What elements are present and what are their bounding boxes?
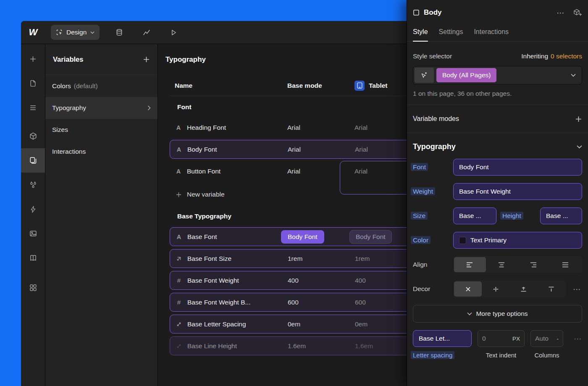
create-component-icon[interactable] xyxy=(573,9,582,16)
add-collection-button[interactable] xyxy=(143,56,150,63)
tab-style[interactable]: Style xyxy=(413,23,428,41)
font-variable-icon: A xyxy=(175,234,183,240)
overline-icon[interactable] xyxy=(537,281,565,297)
section-font: Font xyxy=(170,96,430,118)
variable-row-base-font-weight[interactable]: #Base Font Weight 400 400 xyxy=(170,271,430,290)
variables-group-sizes[interactable]: Sizes xyxy=(45,119,158,141)
rail-item-navigator[interactable] xyxy=(21,95,45,120)
base-mode-value[interactable]: 400 xyxy=(288,277,355,284)
rail-item-libraries[interactable] xyxy=(21,246,45,270)
base-mode-value[interactable]: Arial xyxy=(288,146,355,153)
size-field-label: Size xyxy=(413,212,453,220)
analytics-chart-icon[interactable] xyxy=(143,29,150,36)
body-element-icon xyxy=(413,9,420,16)
variables-group-interactions[interactable]: Interactions xyxy=(45,141,158,163)
column-base-mode: Base mode xyxy=(287,82,354,89)
rail-item-components[interactable] xyxy=(21,124,45,148)
variable-reference-pill[interactable]: Body Font xyxy=(281,230,324,244)
rail-item-interactions[interactable] xyxy=(21,197,45,221)
rail-item-apps[interactable] xyxy=(21,276,45,300)
spacing-more-options-icon[interactable]: ⋯ xyxy=(574,334,582,344)
decoration-none-icon[interactable] xyxy=(454,281,482,297)
align-field-row: Align xyxy=(413,256,582,273)
typography-section-title: Typography xyxy=(413,142,456,151)
style-selector-dropdown[interactable]: Body (All Pages) xyxy=(413,66,582,84)
plus-icon xyxy=(175,192,182,198)
letter-spacing-variable-button[interactable]: Base Let... xyxy=(413,330,472,347)
text-indent-input[interactable]: 0 PX xyxy=(478,330,525,347)
strikethrough-icon[interactable] xyxy=(482,281,509,297)
columns-value[interactable]: Auto xyxy=(535,335,557,342)
add-variable-mode-button[interactable] xyxy=(575,116,582,123)
weight-field-row: Weight Base Font Weight xyxy=(413,183,582,200)
chevron-down-icon xyxy=(571,74,576,77)
plus-icon xyxy=(29,55,37,63)
font-variable-button[interactable]: Body Font xyxy=(453,159,582,176)
base-mode-value[interactable]: Body Font xyxy=(288,230,355,244)
rail-item-pages[interactable] xyxy=(21,71,45,95)
variable-name: Base Line Height xyxy=(187,342,237,350)
inspector-tabs: Style Settings Interactions xyxy=(407,23,588,42)
text-indent-unit[interactable]: PX xyxy=(512,336,520,342)
number-variable-icon: # xyxy=(175,299,183,306)
more-menu-icon[interactable]: ⋯ xyxy=(556,9,565,17)
selector-pill[interactable]: Body (All Pages) xyxy=(436,68,496,82)
tab-interactions[interactable]: Interactions xyxy=(474,23,509,41)
variable-row-base-font-weight-bold[interactable]: #Base Font Weight B... 600 600 xyxy=(170,293,430,312)
rail-item-add[interactable] xyxy=(21,47,45,71)
align-left-icon[interactable] xyxy=(454,257,486,272)
align-center-icon[interactable] xyxy=(486,257,518,272)
color-variable-button[interactable]: Text Primary xyxy=(453,232,582,249)
variable-row-button-font[interactable]: AButton Font Arial Arial xyxy=(170,162,430,181)
group-label: Sizes xyxy=(52,126,68,134)
chevron-down-icon[interactable] xyxy=(577,145,582,149)
preview-play-icon[interactable] xyxy=(170,29,177,36)
align-justify-icon[interactable] xyxy=(549,257,581,272)
letter-spacing-label: Letter spacing xyxy=(413,352,472,359)
variables-group-colors[interactable]: Colors (default) xyxy=(45,75,158,97)
style-inspector: Body ⋯ Style Settings Interactions Style… xyxy=(407,0,588,386)
columns-unit[interactable]: - xyxy=(557,336,559,342)
design-mode-menu[interactable]: Design xyxy=(51,25,100,40)
variable-row-body-font[interactable]: ABody Font Arial Arial xyxy=(170,140,430,159)
variable-row-base-letter-spacing[interactable]: Base Letter Spacing 0em 0em xyxy=(170,315,430,333)
table-rows: Font AHeading Font Arial Arial ABody Fon… xyxy=(170,96,430,355)
base-mode-value[interactable]: 0em xyxy=(288,320,355,328)
tab-settings[interactable]: Settings xyxy=(439,23,463,41)
size-variable-button[interactable]: Base ... xyxy=(453,207,496,224)
color-field-row: Color Text Primary xyxy=(413,232,582,249)
variable-row-base-line-height[interactable]: Base Line Height 1.6em 1.6em xyxy=(170,336,430,355)
weight-variable-button[interactable]: Base Font Weight xyxy=(453,183,582,200)
spacing-controls-row: Base Let... 0 PX Auto - ⋯ xyxy=(413,330,582,347)
variable-row-base-font-size[interactable]: Base Font Size 1rem 1rem xyxy=(170,249,430,268)
rail-item-variables[interactable] xyxy=(21,148,45,173)
variable-row-base-font[interactable]: ABase Font Body Font Body Font xyxy=(170,227,430,246)
cms-database-icon[interactable] xyxy=(116,29,123,36)
inheriting-count[interactable]: 0 selectors xyxy=(551,53,582,60)
decor-more-options-icon[interactable]: ⋯ xyxy=(573,285,581,293)
webflow-designer: W Design xyxy=(0,0,588,386)
variable-reference-pill-inherited[interactable]: Body Font xyxy=(349,230,392,244)
variables-group-typography[interactable]: Typography xyxy=(45,97,158,119)
base-mode-value[interactable]: Arial xyxy=(287,124,354,131)
base-mode-value[interactable]: 600 xyxy=(288,299,355,306)
align-right-icon[interactable] xyxy=(518,257,550,272)
more-type-options-button[interactable]: More type options xyxy=(413,305,582,323)
rail-item-assets[interactable] xyxy=(21,221,45,246)
columns-input[interactable]: Auto - xyxy=(530,330,563,347)
rail-item-styles[interactable] xyxy=(21,173,45,197)
typography-section-header[interactable]: Typography xyxy=(413,133,582,159)
base-mode-value[interactable]: 1rem xyxy=(288,255,355,263)
color-variable-name: Text Primary xyxy=(470,236,507,244)
base-mode-value[interactable]: 1.6em xyxy=(288,342,355,350)
underline-icon[interactable] xyxy=(509,281,537,297)
variable-row-heading-font[interactable]: AHeading Font Arial Arial xyxy=(170,118,430,137)
table-header: Name Base mode Tablet xyxy=(170,75,430,96)
selector-state-button[interactable] xyxy=(415,68,434,83)
base-mode-value[interactable]: Arial xyxy=(287,168,354,175)
new-variable-button[interactable]: New variable xyxy=(170,184,430,205)
height-variable-button[interactable]: Base ... xyxy=(540,207,582,224)
text-indent-label: Text indent xyxy=(478,352,525,359)
group-label: Typography xyxy=(52,104,86,112)
text-indent-value[interactable]: 0 xyxy=(482,335,512,342)
